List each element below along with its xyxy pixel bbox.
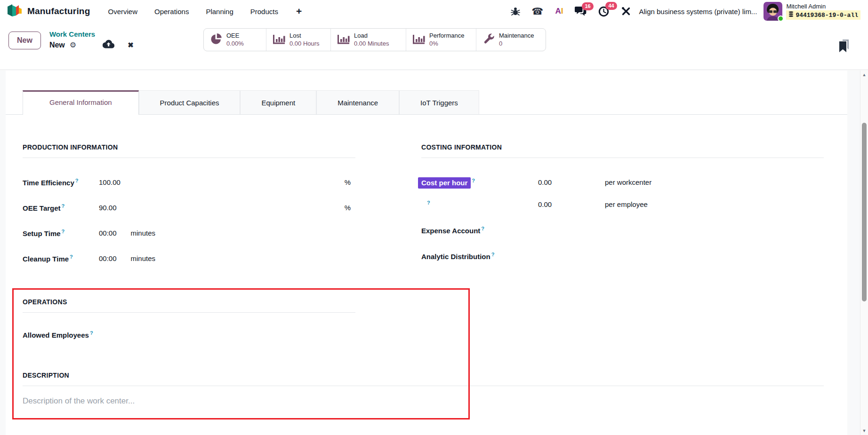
- new-button[interactable]: New: [8, 32, 41, 49]
- stat-label: Load: [354, 32, 389, 40]
- stat-button-lost[interactable]: Lost 0.00 Hours: [266, 29, 331, 51]
- cost-per-hour-input[interactable]: 0.00: [538, 178, 605, 186]
- stat-value: 0%: [429, 40, 464, 48]
- menu-overview[interactable]: Overview: [108, 8, 138, 16]
- stat-button-maintenance[interactable]: Maintenance 0: [476, 29, 546, 51]
- field-row-time-efficiency: Time Efficiency? 100.00 %: [23, 175, 355, 189]
- user-menu[interactable]: Mitchell Admin 94419368-19-0-all: [764, 2, 860, 21]
- percent-suffix: %: [345, 178, 351, 186]
- content-area: General Information Product Capacities E…: [0, 71, 868, 435]
- stat-value: 0.00 Minutes: [354, 40, 389, 48]
- stat-button-oee[interactable]: OEE 0.00%: [204, 29, 266, 51]
- field-label: Cleanup Time?: [23, 254, 99, 263]
- activities-count-badge: 44: [605, 2, 617, 10]
- field-row-analytic-distribution: Analytic Distribution?: [421, 249, 824, 263]
- stat-value: 0.00 Hours: [289, 40, 320, 48]
- tab-equipment[interactable]: Equipment: [240, 90, 316, 114]
- stat-label: Performance: [429, 32, 464, 40]
- field-label: OEE Target?: [23, 203, 99, 212]
- ai-letter-a: A: [555, 7, 561, 16]
- tab-general-information[interactable]: General Information: [23, 90, 139, 115]
- field-row-cost-per-hour: Cost per hour? 0.00 per workcenter: [421, 175, 824, 189]
- activities-clock-icon[interactable]: 44: [598, 6, 609, 17]
- field-label: Setup Time?: [23, 229, 99, 237]
- stat-value: 0.00%: [226, 40, 244, 48]
- minutes-unit: minutes: [131, 229, 156, 237]
- setup-time-input[interactable]: 00:00: [99, 229, 117, 237]
- help-icon[interactable]: ?: [70, 254, 73, 260]
- menu-products[interactable]: Products: [250, 8, 278, 16]
- stat-label: Lost: [289, 32, 320, 40]
- avatar: [764, 2, 782, 21]
- field-row-cost-per-employee: ? 0.00 per employee: [421, 197, 824, 211]
- stat-button-load[interactable]: Load 0.00 Minutes: [331, 29, 406, 51]
- messages-icon[interactable]: 16: [575, 7, 587, 16]
- save-cloud-icon[interactable]: [103, 40, 114, 50]
- description-group: DESCRIPTION Description of the work cent…: [23, 371, 824, 406]
- stat-label: OEE: [226, 32, 244, 40]
- user-name: Mitchell Admin: [786, 3, 860, 10]
- costing-information-group: COSTING INFORMATION Cost per hour? 0.00 …: [421, 115, 824, 277]
- bar-chart-icon: [412, 33, 425, 47]
- app-brand[interactable]: Manufacturing: [7, 3, 90, 19]
- tab-maintenance[interactable]: Maintenance: [316, 90, 399, 114]
- scroll-up-arrow[interactable]: ▲: [860, 72, 868, 77]
- breadcrumb-current: New: [49, 41, 65, 49]
- company-switcher[interactable]: Align business systems (private) lim...: [639, 8, 757, 16]
- help-icon[interactable]: ?: [472, 178, 475, 183]
- voip-phone-icon[interactable]: ☎: [532, 7, 544, 16]
- breadcrumb-work-centers[interactable]: Work Centers: [49, 30, 134, 38]
- help-icon[interactable]: ?: [62, 229, 65, 234]
- section-title-operations: OPERATIONS: [23, 298, 355, 313]
- help-icon[interactable]: ?: [75, 178, 79, 183]
- help-icon[interactable]: ?: [491, 252, 495, 257]
- control-panel: New Work Centers New ⚙ ✖: [0, 23, 868, 70]
- app-name[interactable]: Manufacturing: [27, 6, 90, 16]
- menu-operations[interactable]: Operations: [154, 8, 189, 16]
- stat-value: 0: [499, 40, 534, 48]
- section-title-production: PRODUCTION INFORMATION: [23, 143, 355, 158]
- ai-icon[interactable]: AI: [555, 7, 563, 16]
- field-label: Expense Account?: [421, 226, 538, 235]
- breadcrumb: Work Centers New ⚙ ✖: [49, 30, 134, 50]
- menu-planning[interactable]: Planning: [206, 8, 233, 16]
- help-icon[interactable]: ?: [90, 330, 93, 336]
- field-row-allowed-employees: Allowed Employees?: [23, 327, 355, 341]
- time-efficiency-input[interactable]: 100.00: [99, 178, 121, 186]
- oee-target-input[interactable]: 90.00: [99, 204, 117, 212]
- help-icon[interactable]: ?: [481, 226, 484, 231]
- operations-group: OPERATIONS Allowed Employees?: [23, 298, 355, 341]
- bug-icon[interactable]: [511, 7, 520, 16]
- highlighted-label: Cost per hour: [418, 177, 471, 189]
- tab-product-capacities[interactable]: Product Capacities: [139, 90, 241, 114]
- field-label: Time Efficiency?: [23, 178, 99, 187]
- navbar-systray: ☎ AI 16 44: [511, 6, 632, 17]
- help-icon[interactable]: ?: [427, 200, 430, 206]
- online-status-dot: [778, 16, 784, 22]
- form-sheet: General Information Product Capacities E…: [6, 71, 847, 435]
- description-textarea[interactable]: Description of the work center...: [23, 396, 824, 406]
- tab-iot-triggers[interactable]: IoT Triggers: [399, 90, 479, 114]
- cleanup-time-input[interactable]: 00:00: [99, 254, 117, 262]
- stat-button-performance[interactable]: Performance 0%: [406, 29, 476, 51]
- discard-x-icon[interactable]: ✖: [128, 41, 134, 49]
- database-name: 94419368-19-0-all: [796, 12, 858, 19]
- cost-per-employee-input[interactable]: 0.00: [538, 200, 605, 208]
- tools-icon[interactable]: [621, 6, 631, 16]
- minutes-unit: minutes: [131, 254, 156, 262]
- scroll-down-arrow[interactable]: ▼: [860, 428, 868, 433]
- scrollbar-thumb[interactable]: [862, 123, 867, 301]
- stat-buttons: OEE 0.00% Lost 0.00 Hours: [203, 28, 546, 51]
- top-navbar: Manufacturing Overview Operations Planni…: [0, 0, 868, 23]
- plus-icon[interactable]: +: [296, 6, 302, 17]
- database-icon: [788, 11, 794, 19]
- per-employee-unit: per employee: [605, 200, 648, 208]
- help-icon[interactable]: ?: [62, 203, 65, 209]
- field-label: Allowed Employees?: [23, 330, 93, 339]
- bar-chart-icon: [273, 33, 285, 47]
- gear-icon[interactable]: ⚙: [70, 40, 76, 49]
- vertical-scrollbar[interactable]: ▲ ▼: [860, 71, 868, 435]
- field-row-cleanup-time: Cleanup Time? 00:00 minutes: [23, 251, 355, 265]
- field-row-setup-time: Setup Time? 00:00 minutes: [23, 226, 355, 240]
- bookmark-icon[interactable]: [839, 40, 849, 55]
